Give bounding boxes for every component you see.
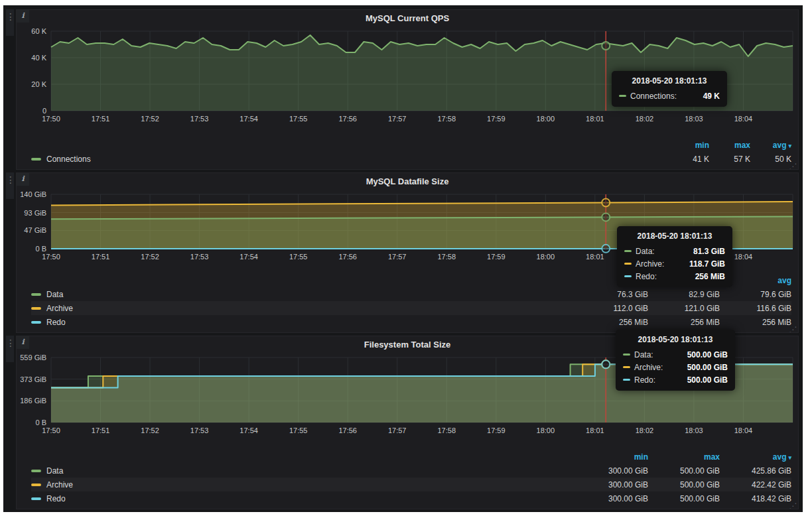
svg-text:17:59: 17:59	[487, 115, 506, 123]
legend-series-label[interactable]: Redo	[46, 318, 66, 327]
svg-text:559 GiB: 559 GiB	[20, 354, 46, 361]
tooltip-series-value: 500.00 GiB	[678, 350, 728, 359]
series-dash-icon	[623, 366, 630, 368]
svg-text:47 GiB: 47 GiB	[24, 226, 46, 234]
legend-series-label[interactable]: Redo	[46, 494, 66, 503]
legend-series-label[interactable]: Data	[46, 466, 63, 476]
legend-row-archive: Archive300.00 GiB500.00 GiB422.42 GiB	[31, 478, 791, 491]
svg-text:17:55: 17:55	[289, 426, 308, 434]
tooltip-series-value: 500.00 GiB	[678, 363, 728, 372]
svg-text:17:58: 17:58	[438, 426, 456, 434]
svg-text:17:59: 17:59	[487, 426, 506, 434]
tooltip-series-label: Data:	[636, 247, 655, 256]
legend-series-label[interactable]: Data	[46, 290, 63, 299]
panel-resize-handle[interactable]: ⋰	[789, 326, 797, 333]
svg-text:17:53: 17:53	[190, 426, 209, 434]
panel-resize-handle[interactable]: ⋰	[789, 162, 797, 170]
tooltip-series-label: Redo:	[634, 375, 655, 385]
row-handle-column: ⋮	[6, 336, 16, 509]
panel-title[interactable]: MySQL Current QPS	[17, 10, 798, 26]
svg-text:17:51: 17:51	[92, 426, 110, 434]
tooltip-series-value: 118.7 GiB	[680, 259, 725, 269]
legend-value-avg: 422.42 GiB	[720, 480, 791, 489]
series-dash-icon	[624, 275, 632, 277]
panel-info-icon[interactable]: i	[17, 336, 29, 349]
svg-text:17:56: 17:56	[338, 115, 357, 123]
panel-info-icon[interactable]: i	[17, 10, 29, 23]
svg-text:0 B: 0 B	[35, 245, 46, 253]
legend-sort-max[interactable]: max	[648, 452, 720, 462]
svg-text:17:50: 17:50	[42, 115, 60, 123]
legend-sort-min[interactable]: min	[576, 452, 648, 462]
tooltip-row: Archive: 500.00 GiB	[623, 361, 728, 373]
svg-text:17:52: 17:52	[141, 253, 159, 261]
svg-text:18:03: 18:03	[685, 115, 703, 123]
tooltip-row: Archive: 118.7 GiB	[624, 257, 725, 270]
svg-text:18:04: 18:04	[734, 426, 753, 434]
legend-value-max: 500.00 GiB	[648, 466, 720, 476]
series-dash-icon	[31, 158, 41, 161]
tooltip-series-label: Archive:	[634, 363, 663, 372]
tooltip-timestamp: 2018-05-20 18:01:13	[623, 335, 728, 344]
svg-text:17:52: 17:52	[141, 115, 159, 123]
panel-resize-handle[interactable]: ⋰	[789, 502, 797, 509]
tooltip-series-label: Data:	[634, 350, 653, 359]
legend-row-archive: Archive112.0 GiB121.0 GiB116.6 GiB	[31, 301, 791, 315]
legend-series-redo[interactable]: Redo	[31, 318, 576, 327]
tooltip-row: Redo: 256 MiB	[624, 270, 725, 283]
legend-value-min: 300.00 GiB	[576, 494, 648, 503]
svg-text:93 GiB: 93 GiB	[24, 209, 46, 217]
legend-series-label[interactable]: Archive	[46, 480, 73, 489]
svg-text:17:53: 17:53	[190, 253, 209, 261]
legend-series-label[interactable]: Connections	[46, 155, 91, 164]
svg-text:17:51: 17:51	[92, 253, 110, 261]
legend-value-min: 76.3 GiB	[576, 290, 648, 299]
tooltip-timestamp: 2018-05-20 18:01:13	[619, 76, 720, 86]
legend-series-redo[interactable]: Redo	[31, 494, 576, 503]
legend-qps: minmaxavg▾Connections41 K57 K50 K	[17, 138, 798, 169]
tooltip-series-value: 81.3 GiB	[684, 247, 725, 256]
panel-title[interactable]: MySQL Datafile Size	[17, 173, 798, 189]
legend-value-max: 500.00 GiB	[648, 494, 720, 503]
legend-series-archive[interactable]: Archive	[31, 304, 576, 313]
svg-text:18:02: 18:02	[636, 426, 654, 434]
legend-series-label[interactable]: Archive	[46, 304, 73, 313]
svg-text:17:56: 17:56	[338, 426, 357, 434]
series-dash-icon	[619, 95, 626, 97]
legend-series-archive[interactable]: Archive	[31, 480, 576, 489]
legend-value-min: 300.00 GiB	[576, 480, 648, 489]
panel-info-icon[interactable]: i	[17, 173, 29, 186]
row-menu-handle[interactable]: ⋮	[6, 9, 14, 36]
svg-text:18:01: 18:01	[586, 426, 604, 434]
legend-row-data: Data76.3 GiB82.9 GiB79.6 GiB	[31, 287, 791, 301]
legend-series-data[interactable]: Data	[31, 290, 576, 299]
row-handle-column: ⋮	[6, 9, 16, 170]
legend-row-redo: Redo256 MiB256 MiB256 MiB	[31, 315, 791, 329]
tooltip-row: Redo: 500.00 GiB	[623, 373, 728, 386]
svg-text:18:00: 18:00	[537, 426, 555, 434]
graph-tooltip-datafile: 2018-05-20 18:01:13 Data: 81.3 GiB Archi…	[617, 226, 732, 287]
row-menu-handle[interactable]: ⋮	[6, 336, 14, 362]
legend-row-data: Data300.00 GiB500.00 GiB425.86 GiB	[31, 464, 791, 478]
svg-text:18:04: 18:04	[734, 115, 753, 123]
legend-series-connections[interactable]: Connections	[31, 155, 668, 164]
legend-series-data[interactable]: Data	[31, 466, 576, 476]
crosshair-marker-archive	[602, 198, 610, 206]
caret-down-icon: ▾	[788, 454, 791, 461]
legend-value-avg: 425.86 GiB	[720, 466, 791, 476]
legend-sort-max[interactable]: max	[709, 141, 750, 150]
legend-sort-avg[interactable]: avg▾	[720, 452, 791, 462]
svg-text:18:00: 18:00	[537, 115, 555, 123]
legend-header-row: minmaxavg▾	[31, 450, 791, 464]
legend-sort-min[interactable]: min	[668, 141, 709, 150]
row-menu-handle[interactable]: ⋮	[6, 172, 14, 199]
svg-text:18:03: 18:03	[685, 426, 703, 434]
series-dash-icon	[31, 484, 41, 486]
svg-text:17:56: 17:56	[338, 253, 357, 261]
legend-sort-avg[interactable]: avg▾	[750, 141, 791, 150]
svg-text:17:52: 17:52	[141, 426, 159, 434]
series-dash-icon	[624, 250, 632, 252]
svg-text:17:50: 17:50	[42, 426, 60, 434]
svg-text:140 GiB: 140 GiB	[20, 190, 46, 198]
svg-text:0 B: 0 B	[35, 419, 46, 426]
